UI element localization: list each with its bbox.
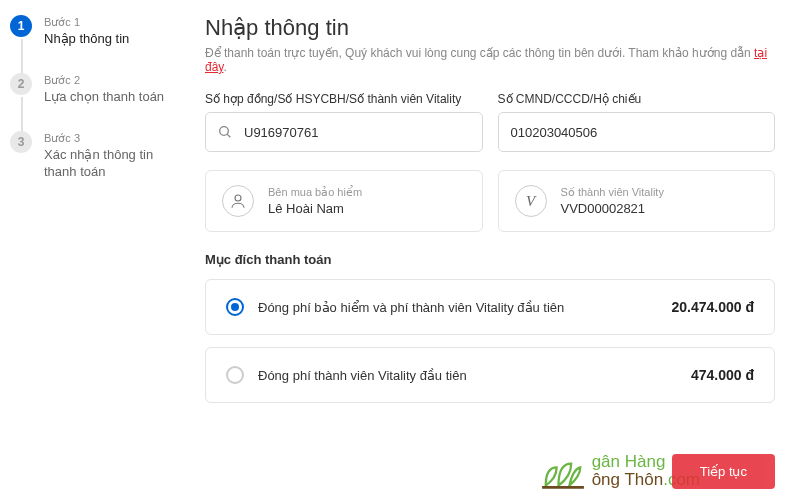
vitality-icon: V bbox=[515, 185, 547, 217]
main-content: Nhập thông tin Để thanh toán trực tuyến,… bbox=[190, 0, 800, 501]
svg-point-2 bbox=[235, 195, 241, 201]
step-1[interactable]: 1 Bước 1 Nhập thông tin bbox=[10, 15, 180, 48]
buyer-label: Bên mua bảo hiểm bbox=[268, 186, 362, 199]
step-2-title: Lựa chọn thanh toán bbox=[44, 89, 164, 106]
step-1-number: 1 bbox=[10, 15, 32, 37]
step-2[interactable]: 2 Bước 2 Lựa chọn thanh toán bbox=[10, 73, 180, 106]
buyer-value: Lê Hoài Nam bbox=[268, 201, 362, 216]
svg-line-1 bbox=[227, 134, 230, 137]
option-2-price: 474.000 đ bbox=[691, 367, 754, 383]
option-2-label: Đóng phí thành viên Vitality đầu tiên bbox=[258, 368, 691, 383]
search-icon bbox=[217, 124, 233, 140]
svg-point-0 bbox=[220, 127, 229, 136]
step-2-label: Bước 2 bbox=[44, 74, 164, 87]
vitality-card: V Số thành viên Vitality VVD00002821 bbox=[498, 170, 776, 232]
person-icon bbox=[222, 185, 254, 217]
contract-input[interactable] bbox=[205, 112, 483, 152]
purpose-title: Mục đích thanh toán bbox=[205, 252, 775, 267]
continue-button[interactable]: Tiếp tục bbox=[672, 454, 775, 489]
step-3-title: Xác nhận thông tin thanh toán bbox=[44, 147, 180, 181]
id-label: Số CMND/CCCD/Hộ chiếu bbox=[498, 92, 776, 106]
steps-sidebar: 1 Bước 1 Nhập thông tin 2 Bước 2 Lựa chọ… bbox=[0, 0, 190, 501]
step-3[interactable]: 3 Bước 3 Xác nhận thông tin thanh toán bbox=[10, 131, 180, 181]
contract-label: Số hợp đồng/Số HSYCBH/Số thành viên Vita… bbox=[205, 92, 483, 106]
payment-option-1[interactable]: Đóng phí bảo hiểm và phí thành viên Vita… bbox=[205, 279, 775, 335]
step-1-label: Bước 1 bbox=[44, 16, 129, 29]
step-3-label: Bước 3 bbox=[44, 132, 180, 145]
step-3-number: 3 bbox=[10, 131, 32, 153]
payment-option-2[interactable]: Đóng phí thành viên Vitality đầu tiên 47… bbox=[205, 347, 775, 403]
page-subtitle: Để thanh toán trực tuyến, Quý khách vui … bbox=[205, 46, 775, 74]
buyer-card: Bên mua bảo hiểm Lê Hoài Nam bbox=[205, 170, 483, 232]
id-input[interactable] bbox=[498, 112, 776, 152]
radio-1 bbox=[226, 298, 244, 316]
option-1-label: Đóng phí bảo hiểm và phí thành viên Vita… bbox=[258, 300, 671, 315]
step-1-title: Nhập thông tin bbox=[44, 31, 129, 48]
page-title: Nhập thông tin bbox=[205, 15, 775, 41]
vitality-value: VVD00002821 bbox=[561, 201, 664, 216]
watermark-logo-icon bbox=[540, 451, 586, 491]
vitality-label: Số thành viên Vitality bbox=[561, 186, 664, 199]
step-2-number: 2 bbox=[10, 73, 32, 95]
option-1-price: 20.474.000 đ bbox=[671, 299, 754, 315]
radio-2 bbox=[226, 366, 244, 384]
